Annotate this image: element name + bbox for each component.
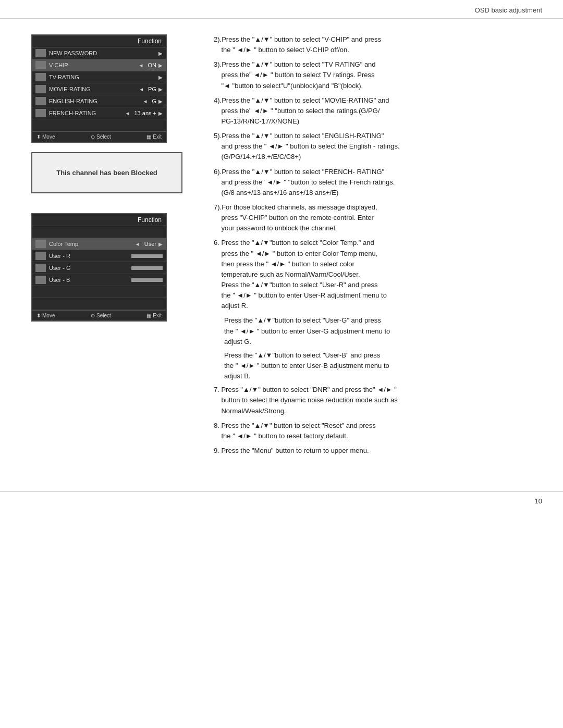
english-rating-value: G: [152, 98, 156, 104]
footer2-exit-label: Exit: [153, 313, 162, 318]
color-temp-icon: [35, 240, 46, 248]
english-arrow-right: ▶: [158, 98, 163, 104]
tv-rating-arrow: ▶: [158, 75, 163, 80]
tv-rating-label: TV-RATING: [49, 74, 158, 80]
menu-row-blank1: [32, 119, 166, 131]
new-password-arrow: ▶: [158, 51, 163, 56]
page-footer: 10: [0, 491, 563, 510]
color-temp-arrow-right: ▶: [158, 241, 163, 247]
select2-icon: ⊙: [91, 313, 95, 318]
footer-select: ⊙ Select: [91, 134, 111, 140]
menu-rows-1: NEW PASSWORD ▶ V-CHIP ◄ ON ▶ TV-RATING ▶: [32, 47, 166, 131]
color-temp-label: Color Temp.: [49, 241, 135, 247]
color-temp-arrow-left: ◄: [135, 241, 140, 247]
user-g-bar: [131, 266, 163, 270]
menu-box-2-header: Function: [32, 214, 166, 226]
footer2-select-label: Select: [96, 313, 111, 318]
instruction-2: 2).Press the "▲/▼" button to select "V-C…: [214, 34, 547, 55]
footer-exit: ▦ Exit: [146, 134, 162, 140]
menu-rows-2: Color Temp. ◄ User ▶ User - R User - G: [32, 226, 166, 310]
user-b-label: User - B: [49, 277, 131, 283]
footer-move: ⬍ Move: [36, 134, 55, 140]
blocked-message-text: This channel has been Blocked: [56, 169, 157, 177]
menu-row-user-b: User - B: [32, 274, 166, 286]
menu-box-1-header: Function: [32, 35, 166, 47]
instruction-6-colortemp: 6. Press the "▲/▼"button to select "Colo…: [214, 238, 547, 311]
page-content: Function NEW PASSWORD ▶ V-CHIP ◄ ON ▶ TV…: [0, 19, 563, 476]
footer-select-label: Select: [96, 134, 111, 140]
footer2-move: ⬍ Move: [36, 313, 55, 318]
blocked-channel-box: This channel has been Blocked: [31, 152, 182, 193]
footer-exit-label: Exit: [153, 134, 162, 140]
menu-row-english-rating: ENGLISH-RATING ◄ G ▶: [32, 95, 166, 107]
user-g-icon: [35, 264, 46, 272]
movie-rating-label: MOVIE-RATING: [49, 86, 139, 92]
new-password-label: NEW PASSWORD: [49, 50, 158, 56]
instruction-9: 9. Press the "Menu" button to return to …: [214, 446, 547, 456]
instruction-7-blocked: 7).For those blocked channels, as messag…: [214, 202, 547, 233]
instructions-block: 2).Press the "▲/▼" button to select "V-C…: [214, 34, 547, 456]
french-rating-value: 13 ans +: [134, 110, 156, 116]
blank-icon-4: [35, 300, 46, 308]
user-g-label: User - G: [49, 265, 131, 271]
footer2-select: ⊙ Select: [91, 313, 111, 318]
user-b-icon: [35, 276, 46, 284]
user-r-icon: [35, 252, 46, 260]
instruction-7-dnr: 7. Press "▲/▼" button to select "DNR" an…: [214, 385, 547, 416]
exit-icon: ▦: [146, 134, 151, 140]
menu-footer-1: ⬍ Move ⊙ Select ▦ Exit: [32, 131, 166, 142]
menu-row-movie-rating: MOVIE-RATING ◄ PG ▶: [32, 83, 166, 95]
instruction-8: 8. Press the "▲/▼" button to select "Res…: [214, 421, 547, 441]
blank-icon-2: [35, 228, 46, 236]
left-column: Function NEW PASSWORD ▶ V-CHIP ◄ ON ▶ TV…: [31, 34, 198, 460]
menu-row-blank3: [32, 286, 166, 298]
page-number: 10: [535, 497, 542, 505]
movie-arrow-right: ▶: [158, 87, 163, 92]
user-b-bar: [131, 278, 163, 282]
english-arrow-left: ◄: [143, 98, 148, 104]
vchip-value: ON: [148, 62, 157, 68]
menu-row-blank2: [32, 226, 166, 238]
french-rating-label: FRENCH-RATING: [49, 110, 125, 116]
vchip-label: V-CHIP: [49, 62, 139, 68]
vchip-arrow-right: ▶: [158, 63, 163, 68]
user-r-bar: [131, 254, 163, 258]
move2-arrows-icon: ⬍: [36, 313, 41, 318]
instruction-user-b: Press the "▲/▼"button to select "User-B"…: [214, 350, 547, 381]
menu-row-tv-rating: TV-RATING ▶: [32, 71, 166, 83]
user-r-label: User - R: [49, 253, 131, 259]
tv-icon: [35, 73, 46, 81]
french-arrow-right: ▶: [158, 110, 163, 116]
lock-icon: [35, 49, 46, 57]
menu-row-color-temp: Color Temp. ◄ User ▶: [32, 238, 166, 250]
move-arrows-icon: ⬍: [36, 134, 41, 140]
menu-row-blank4: [32, 298, 166, 310]
right-column: 2).Press the "▲/▼" button to select "V-C…: [214, 34, 547, 460]
color-temp-value: User: [144, 241, 156, 247]
menu-row-user-r: User - R: [32, 250, 166, 262]
page-header: OSD basic adjustment: [0, 0, 563, 19]
french-arrow-left: ◄: [125, 110, 130, 116]
instruction-3: 3).Press the "▲/▼" button to select "TV …: [214, 59, 547, 91]
instruction-6a: 6).Press the "▲/▼" button to select "FRE…: [214, 167, 547, 198]
blank-icon-3: [35, 288, 46, 296]
instruction-4: 4).Press the "▲/▼" button to select "MOV…: [214, 95, 547, 127]
movie-icon: [35, 85, 46, 93]
footer2-move-label: Move: [42, 313, 55, 318]
movie-rating-value: PG: [148, 86, 156, 92]
instruction-user-g: Press the "▲/▼"button to select "User-G"…: [214, 315, 547, 347]
header-title: OSD basic adjustment: [475, 6, 542, 14]
menu-row-new-password: NEW PASSWORD ▶: [32, 47, 166, 59]
footer-move-label: Move: [42, 134, 55, 140]
eng-icon: [35, 97, 46, 105]
menu-row-french-rating: FRENCH-RATING ◄ 13 ans + ▶: [32, 107, 166, 119]
menu-box-2: Function Color Temp. ◄ User ▶ User - R: [31, 213, 167, 322]
instruction-5: 5).Press the "▲/▼" button to select "ENG…: [214, 131, 547, 162]
vchip-arrow-left: ◄: [139, 63, 144, 68]
chip-icon: [35, 61, 46, 69]
menu-row-user-g: User - G: [32, 262, 166, 274]
exit2-icon: ▦: [146, 313, 151, 318]
movie-arrow-left: ◄: [139, 87, 144, 92]
fr-icon: [35, 109, 46, 117]
menu-row-vchip: V-CHIP ◄ ON ▶: [32, 59, 166, 71]
